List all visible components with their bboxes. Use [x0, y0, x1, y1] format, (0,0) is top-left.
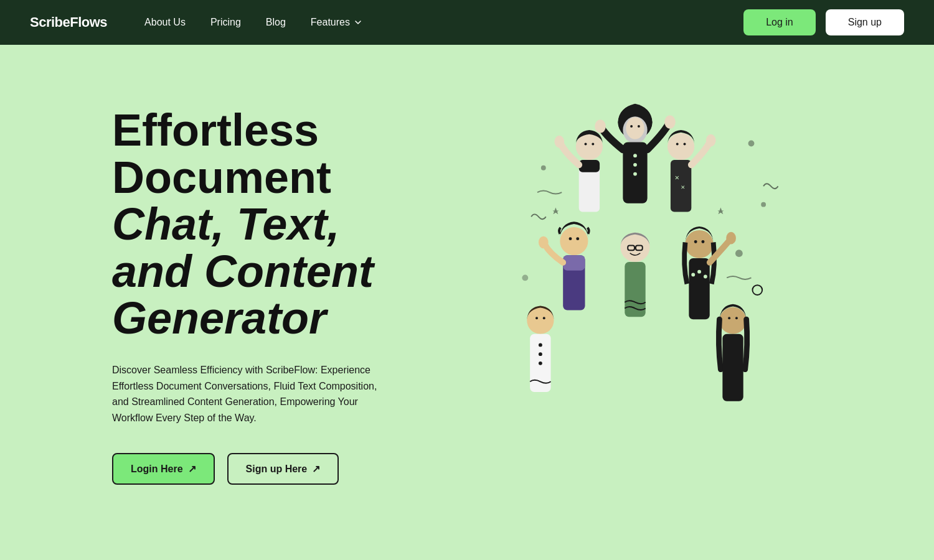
people-illustration: ✕ ✕	[492, 95, 778, 424]
hero-signup-button[interactable]: Sign up Here ↗	[227, 453, 339, 485]
svg-point-11	[633, 154, 637, 157]
svg-point-45	[697, 270, 701, 274]
svg-rect-58	[722, 334, 743, 401]
svg-point-40	[685, 230, 713, 258]
svg-marker-60	[553, 208, 559, 215]
svg-point-42	[701, 240, 704, 243]
svg-point-14	[595, 119, 606, 133]
svg-point-7	[626, 117, 644, 139]
svg-point-17	[585, 143, 587, 146]
hero-content: Effortless Document Chat, Text, and Cont…	[112, 95, 411, 485]
hero-title-line2: Document	[112, 154, 411, 202]
svg-point-59	[752, 285, 762, 295]
arrow-icon-login: ↗	[188, 463, 196, 475]
svg-point-52	[539, 343, 542, 347]
svg-rect-43	[689, 258, 709, 319]
arrow-icon-signup: ↗	[312, 463, 320, 475]
svg-point-15	[664, 115, 676, 129]
hero-title-line1: Effortless	[112, 107, 411, 154]
login-button[interactable]: Log in	[743, 9, 816, 35]
svg-point-30	[569, 237, 572, 240]
svg-point-12	[633, 163, 637, 167]
svg-point-3	[761, 202, 766, 207]
svg-point-41	[694, 240, 697, 243]
svg-point-1	[748, 141, 755, 147]
illustration-container: ✕ ✕	[492, 95, 778, 424]
nav-actions: Log in Sign up	[743, 9, 904, 35]
svg-point-21	[554, 136, 564, 148]
navbar: ScribeFlows About Us Pricing Blog Featur…	[0, 0, 934, 45]
hero-title-line3: Chat, Text,	[112, 201, 411, 248]
svg-point-46	[704, 275, 707, 279]
svg-point-0	[541, 166, 546, 170]
svg-point-4	[522, 275, 528, 281]
nav-link-features[interactable]: Features	[311, 17, 362, 28]
hero-title-line5: Generator	[112, 295, 411, 342]
hero-section: Effortless Document Chat, Text, and Cont…	[0, 45, 934, 560]
site-logo[interactable]: ScribeFlows	[30, 14, 107, 30]
svg-point-54	[539, 362, 542, 365]
svg-text:✕: ✕	[681, 183, 686, 191]
svg-point-57	[735, 317, 738, 319]
svg-point-2	[735, 250, 743, 257]
hero-buttons: Login Here ↗ Sign up Here ↗	[112, 453, 411, 485]
svg-point-53	[539, 352, 542, 356]
svg-marker-61	[718, 208, 724, 215]
svg-point-9	[638, 125, 640, 128]
chevron-down-icon	[354, 18, 362, 27]
svg-point-23	[676, 143, 679, 146]
svg-point-47	[726, 232, 736, 245]
svg-point-44	[691, 273, 695, 277]
hero-title-line4: and Content	[112, 248, 411, 296]
signup-button[interactable]: Sign up	[826, 9, 904, 35]
svg-point-24	[684, 143, 686, 146]
svg-rect-33	[563, 255, 585, 271]
svg-point-55	[719, 307, 746, 334]
svg-point-34	[539, 236, 549, 249]
nav-link-about[interactable]: About Us	[144, 17, 186, 28]
hero-title: Effortless Document Chat, Text, and Cont…	[112, 107, 411, 342]
svg-point-50	[543, 317, 545, 319]
svg-point-18	[592, 143, 594, 146]
svg-point-31	[576, 237, 579, 240]
nav-link-blog[interactable]: Blog	[266, 17, 286, 28]
nav-links: About Us Pricing Blog Features	[144, 17, 743, 28]
svg-point-13	[633, 172, 637, 176]
hero-login-button[interactable]: Login Here ↗	[112, 453, 215, 485]
svg-point-49	[535, 317, 538, 319]
svg-point-28	[706, 134, 716, 147]
svg-text:✕: ✕	[675, 173, 679, 182]
svg-point-22	[667, 133, 694, 160]
svg-point-56	[728, 317, 730, 319]
svg-point-29	[560, 227, 588, 255]
nav-link-pricing[interactable]: Pricing	[210, 17, 241, 28]
svg-point-8	[630, 125, 633, 128]
hero-description: Discover Seamless Efficiency with Scribe…	[112, 362, 380, 426]
hero-illustration: ✕ ✕	[448, 95, 822, 424]
